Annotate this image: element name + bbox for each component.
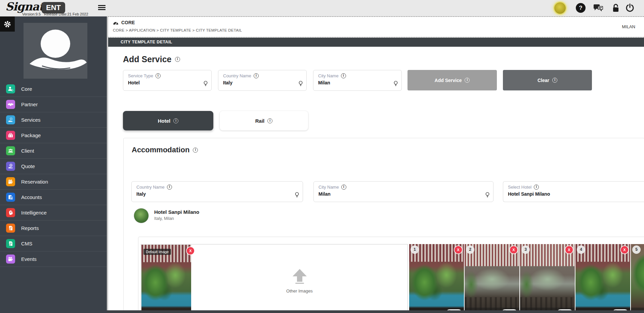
city-name-field[interactable]: City Name Milan bbox=[313, 70, 402, 91]
remove-image-icon[interactable]: X bbox=[565, 246, 573, 253]
field-label: City Name bbox=[318, 73, 339, 78]
sidebar-item-events[interactable]: Events bbox=[0, 251, 107, 267]
lock-icon[interactable] bbox=[612, 3, 620, 13]
sidebar-item-label: Events bbox=[21, 256, 37, 262]
field-value: Italy bbox=[223, 80, 302, 85]
sidebar-item-label: Partner bbox=[21, 102, 38, 107]
calendar-pencil-icon bbox=[6, 177, 15, 186]
sidebar-item-intelligence[interactable]: Intelligence bbox=[0, 205, 107, 221]
sidebar-item-label: Package bbox=[21, 132, 41, 138]
sidebar-item-label: Accounts bbox=[21, 194, 42, 200]
remove-image-icon[interactable]: X bbox=[510, 246, 517, 253]
handshake-icon bbox=[6, 100, 15, 109]
version-label: Version:9.5 bbox=[22, 12, 41, 16]
info-icon[interactable] bbox=[167, 185, 172, 190]
info-icon bbox=[267, 118, 272, 123]
b2c-bar: Show in B2C NO bbox=[465, 308, 519, 310]
gallery-thumbnail[interactable]: 1 X Show in B2C NO bbox=[409, 244, 464, 310]
next-section-edge bbox=[107, 310, 644, 313]
info-icon bbox=[552, 78, 557, 83]
b2c-bar: Show in B2C NO bbox=[520, 308, 575, 310]
main-region: CORE CORE > APPLICATION > CITY TEMPLATE … bbox=[107, 16, 644, 313]
hotel-location: Italy, Milan bbox=[154, 216, 174, 221]
info-icon[interactable] bbox=[534, 185, 539, 190]
image-gallery: Default Image X Other Images bbox=[138, 237, 644, 310]
module-title: CORE bbox=[113, 20, 135, 25]
breadcrumb[interactable]: CORE > APPLICATION > CITY TEMPLATE > CIT… bbox=[113, 28, 242, 32]
bulb-icon bbox=[394, 81, 398, 86]
image-number-badge: 2 bbox=[466, 245, 474, 254]
country-name-field[interactable]: Country Name Italy bbox=[218, 70, 307, 91]
other-images-dropzone[interactable]: Other Images bbox=[191, 244, 407, 310]
person-gear-icon bbox=[6, 84, 15, 93]
image-number-badge: 1 bbox=[411, 245, 419, 254]
service-type-field[interactable]: Service Type Hotel bbox=[123, 70, 212, 91]
field-label: City Name bbox=[318, 185, 339, 190]
info-icon bbox=[465, 78, 470, 83]
image-number-badge: 3 bbox=[521, 245, 530, 254]
people-icon bbox=[6, 146, 15, 155]
sidebar-item-reservation[interactable]: Reservation bbox=[0, 174, 107, 190]
gallery-thumbnail[interactable]: 5 Show in B2C bbox=[631, 244, 644, 310]
info-icon[interactable] bbox=[341, 73, 346, 78]
menu-toggle-icon[interactable] bbox=[98, 5, 105, 11]
calculator-icon bbox=[6, 193, 15, 202]
info-icon[interactable] bbox=[193, 148, 198, 153]
field-value: Hotel bbox=[128, 80, 207, 85]
version-info: Version:9.5Release Date:21 Feb 2022 bbox=[22, 12, 92, 16]
sidebar-item-reports[interactable]: Reports bbox=[0, 221, 107, 236]
tab-rail[interactable]: Rail bbox=[220, 111, 308, 130]
hotel-avatar bbox=[134, 208, 149, 223]
select-hotel-field[interactable]: Select Hotel Hotel Sanpi Milano bbox=[503, 181, 644, 202]
acc-country-field[interactable]: Country Name Italy bbox=[131, 181, 303, 202]
calendar-pencil-icon bbox=[6, 255, 15, 264]
hotel-name: Hotel Sanpi Milano bbox=[154, 209, 199, 215]
info-icon[interactable] bbox=[254, 73, 259, 78]
user-avatar[interactable] bbox=[554, 2, 566, 14]
sidebar-item-accounts[interactable]: Accounts bbox=[0, 190, 107, 205]
info-icon[interactable] bbox=[341, 185, 346, 190]
content-panel: CORE CORE > APPLICATION > CITY TEMPLATE … bbox=[108, 16, 644, 310]
tab-hotel[interactable]: Hotel bbox=[123, 111, 213, 130]
release-date-label: Release Date:21 Feb 2022 bbox=[44, 12, 88, 16]
power-icon[interactable] bbox=[626, 3, 634, 12]
sidebar-item-package[interactable]: Package bbox=[0, 128, 107, 143]
gallery-thumbnail[interactable]: 2 X Show in B2C NO bbox=[465, 244, 519, 310]
info-icon bbox=[173, 118, 178, 123]
sidebar-item-partner[interactable]: Partner bbox=[0, 97, 107, 112]
image-number-badge: 5 bbox=[632, 245, 641, 254]
settings-gear-icon[interactable] bbox=[0, 16, 15, 32]
gallery-thumbnail[interactable]: 4 X Show in B2C NO bbox=[575, 244, 630, 310]
add-service-title: Add Service bbox=[123, 54, 180, 64]
sidebar-item-label: Core bbox=[21, 86, 32, 92]
help-icon[interactable] bbox=[576, 3, 586, 13]
sidebar-item-quote[interactable]: $ Quote bbox=[0, 159, 107, 174]
bulb-icon bbox=[204, 81, 208, 86]
gallery-thumbnail[interactable]: 3 X Show in B2C NO bbox=[520, 244, 575, 310]
bulb-icon bbox=[295, 192, 299, 198]
add-service-button[interactable]: Add Service bbox=[407, 70, 497, 90]
hand-service-icon bbox=[6, 115, 15, 124]
sidebar-item-label: Client bbox=[21, 148, 34, 154]
sidebar-item-label: Reports bbox=[21, 225, 39, 231]
sidebar-item-label: Intelligence bbox=[21, 210, 47, 216]
brand-badge: ENT bbox=[42, 2, 65, 13]
chat-icon[interactable] bbox=[593, 3, 603, 13]
clear-button[interactable]: Clear bbox=[503, 70, 592, 90]
info-icon[interactable] bbox=[156, 73, 161, 78]
sidebar-item-services[interactable]: Services bbox=[0, 112, 107, 128]
sidebar-item-core[interactable]: Core bbox=[0, 81, 107, 97]
section-title: CITY TEMPLATE DETAIL bbox=[121, 40, 172, 44]
remove-image-icon[interactable]: X bbox=[621, 246, 628, 253]
sidebar-item-cms[interactable]: CMS bbox=[0, 236, 107, 251]
context-location: MILAN bbox=[622, 24, 635, 29]
b2c-bar: Show in B2C NO bbox=[575, 308, 630, 310]
info-icon[interactable] bbox=[175, 57, 180, 62]
remove-image-icon[interactable]: X bbox=[455, 246, 462, 253]
default-image-box: Default Image X Other Images bbox=[141, 244, 408, 310]
brain-head-icon bbox=[6, 208, 15, 217]
sidebar-item-client[interactable]: Client bbox=[0, 143, 107, 159]
top-bar: Signature ENT Version:9.5Release Date:21… bbox=[0, 0, 644, 16]
acc-city-field[interactable]: City Name Milan bbox=[313, 181, 493, 202]
sidebar: Core Partner Services Package bbox=[0, 16, 107, 313]
